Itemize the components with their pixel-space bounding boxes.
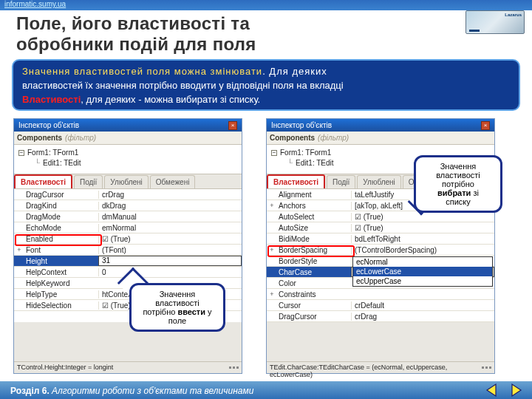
property-name: Alignment [277, 191, 351, 199]
tree-branch-icon: └ [35, 158, 40, 168]
property-value[interactable]: emNormal [98, 224, 242, 232]
filter-label: Components [17, 134, 62, 142]
property-row[interactable]: DragCursorcrDrag [14, 189, 242, 200]
filter-label: Components [270, 134, 315, 142]
property-name: DragCursor [277, 313, 351, 321]
prev-button[interactable] [482, 381, 502, 399]
property-row[interactable]: AutoSize☑ (True) [267, 222, 494, 233]
tree-form-node[interactable]: Form1: TForm1 [280, 148, 331, 158]
charcase-dropdown[interactable]: ecNormalecLowerCaseecUpperCase [352, 256, 493, 287]
callout-tail-1: . Для деяких [262, 66, 327, 77]
resize-grip-icon [229, 364, 239, 372]
tree-edit-node[interactable]: Edit1: TEdit [43, 158, 81, 168]
tab-events[interactable]: Події [327, 175, 355, 188]
inspector-panel-left: Інспектор об'єктів × Components (фільтр)… [13, 118, 242, 374]
filter-placeholder[interactable]: (фільтр) [318, 134, 349, 142]
b1-w5: поле [168, 316, 186, 325]
filter-placeholder[interactable]: (фільтр) [65, 134, 96, 142]
site-link[interactable]: informatic.sumy.ua [4, 0, 66, 8]
property-value[interactable]: 0 [98, 268, 242, 276]
chapter-label: Розділ 6. Алгоритми роботи з об'єктами т… [10, 386, 253, 396]
callout-line-2: властивостей їх значення потрібно вводит… [22, 79, 510, 93]
property-value[interactable]: dmManual [98, 213, 242, 221]
component-filter: Components (фільтр) [267, 132, 494, 145]
property-name: DragMode [24, 213, 98, 221]
property-name: BorderStyle [277, 257, 351, 265]
panel-title-text: Інспектор об'єктів [271, 121, 332, 129]
callout-red-text: Властивості [22, 94, 81, 105]
close-icon[interactable]: × [481, 121, 490, 130]
triangle-left-icon [485, 383, 499, 398]
property-value[interactable]: crDrag [98, 191, 242, 199]
tab-properties[interactable]: Властивості [14, 174, 72, 188]
property-row[interactable]: EchoModeemNormal [14, 222, 242, 233]
property-row[interactable]: CursorcrDefault [267, 300, 494, 311]
tab-favorites[interactable]: Улюблені [357, 175, 400, 188]
status-bar-left: TControl.Height:Integer = longint [14, 361, 242, 373]
expand-icon[interactable]: + [14, 246, 24, 253]
next-button[interactable] [505, 381, 526, 399]
top-bar [0, 0, 532, 10]
property-row[interactable]: DragModedmManual [14, 211, 242, 222]
property-value[interactable]: crDefault [351, 301, 494, 310]
property-value[interactable]: (TFont) [98, 246, 242, 254]
property-value[interactable]: bdLeftToRight [351, 235, 494, 243]
property-name: Cursor [277, 301, 351, 310]
property-row[interactable]: Height31 [14, 256, 242, 267]
close-icon[interactable]: × [228, 121, 237, 130]
status-bar-right: TEdit.CharCase:TEditCharCase = (ecNormal… [267, 361, 494, 373]
info-callout: Значення властивостей поля можна змінюва… [12, 59, 520, 111]
dropdown-option[interactable]: ecNormal [353, 257, 492, 267]
property-row[interactable]: AutoSelect☑ (True) [267, 211, 494, 222]
property-value[interactable]: 31 [98, 256, 242, 266]
dropdown-option[interactable]: ecUpperCase [353, 276, 492, 286]
tab-favorites[interactable]: Улюблені [104, 175, 148, 188]
property-value[interactable]: dkDrag [98, 202, 242, 210]
property-value[interactable]: (TControlBorderSpacing) [351, 246, 494, 254]
property-row[interactable]: DragKinddkDrag [14, 200, 242, 211]
callout-line-1: Значення властивостей поля можна змінюва… [22, 65, 510, 79]
title-line-2: обробники подій для поля [16, 34, 256, 54]
tree-edit-node[interactable]: Edit1: TEdit [296, 158, 334, 168]
dropdown-option[interactable]: ecLowerCase [353, 267, 492, 276]
tree-form-node[interactable]: Form1: TForm1 [27, 148, 78, 158]
property-row[interactable]: +Constraints [267, 289, 494, 300]
expand-icon[interactable]: + [267, 290, 277, 298]
slide-title: Поле, його властивості та обробники поді… [16, 13, 256, 54]
status-text-left: TControl.Height:Integer = longint [17, 364, 113, 372]
property-name: BidiMode [277, 235, 351, 243]
property-value[interactable]: crDrag [351, 313, 494, 321]
b1-w3: потрібно [143, 307, 177, 316]
property-row[interactable]: DragCursorcrDrag [267, 311, 494, 322]
property-value[interactable]: ☑ (True) [98, 235, 242, 243]
title-line-1: Поле, його властивості та [16, 13, 250, 33]
b1-w2: властивості [155, 299, 200, 307]
expand-icon[interactable]: + [267, 202, 277, 209]
logo-label: Lazarus [505, 13, 522, 17]
property-row[interactable]: +Font(TFont) [14, 245, 242, 256]
property-name: Height [24, 257, 98, 265]
resize-grip-icon [482, 364, 491, 372]
tree-collapse-icon[interactable]: − [18, 150, 24, 156]
component-tree[interactable]: −Form1: TForm1 └Edit1: TEdit [14, 145, 242, 174]
tab-properties[interactable]: Властивості [267, 174, 325, 188]
property-row[interactable]: BidiModebdLeftToRight [267, 233, 494, 245]
tab-events[interactable]: Події [74, 175, 103, 188]
tree-collapse-icon[interactable]: − [271, 150, 277, 156]
tab-restricted[interactable]: Обмежені [150, 175, 196, 188]
b2-w1: Значення [440, 162, 477, 171]
chapter-title: Алгоритми роботи з об'єктами та величина… [50, 386, 254, 396]
property-value[interactable]: ☑ (True) [351, 224, 494, 232]
callout-yellow-text: Значення властивостей поля можна змінюва… [22, 66, 262, 77]
property-name: Constraints [277, 290, 351, 299]
app-logo: Lazarus [466, 10, 525, 34]
property-name: Anchors [277, 202, 351, 210]
b2-w4: зі [471, 188, 479, 197]
property-name: Font [24, 246, 98, 254]
property-name: Color [277, 279, 351, 287]
callout-bubble-enter-value: Значення властивості потрібно ввести у п… [129, 283, 225, 332]
tree-branch-icon: └ [287, 158, 293, 168]
b1-w4: у [205, 307, 212, 316]
b1-bold: ввести [177, 307, 205, 316]
property-name: HideSelection [24, 301, 98, 310]
